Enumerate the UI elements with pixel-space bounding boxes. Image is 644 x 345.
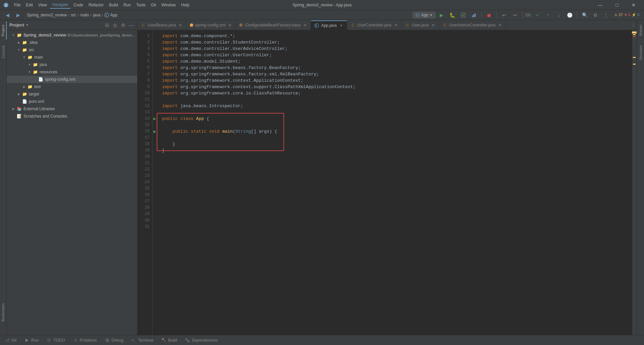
commit-sidebar-tab[interactable]: Commit: [0, 42, 6, 62]
tree-item-java[interactable]: ▼ 📁 java: [7, 61, 137, 68]
tab-usercontroller-close[interactable]: ✕: [393, 23, 398, 27]
menu-code[interactable]: Code: [71, 2, 86, 8]
breadcrumb-class[interactable]: A App: [104, 13, 117, 17]
breadcrumb-java[interactable]: java: [93, 13, 100, 17]
menu-git[interactable]: Git: [148, 2, 159, 8]
settings-button[interactable]: ⚙: [591, 11, 600, 19]
breadcrumb-main[interactable]: main: [80, 13, 89, 17]
editor-content[interactable]: 12345 678910 1112131415 1617181920 21222…: [138, 30, 637, 335]
bottom-tab-problems[interactable]: ⚠ Problems: [70, 336, 100, 345]
profile-button[interactable]: [469, 11, 479, 19]
bottom-tab-build[interactable]: 🔨 Build: [158, 336, 180, 345]
run-gutter-16[interactable]: ▶: [153, 128, 157, 135]
breadcrumb: Spring_demo2_review › src › main › java …: [27, 13, 117, 17]
menu-help[interactable]: Help: [178, 2, 192, 8]
breadcrumb-project[interactable]: Spring_demo2_review: [27, 13, 67, 17]
tree-item-main[interactable]: ▼ 📁 main: [7, 54, 137, 61]
more-button[interactable]: ⋮: [601, 11, 611, 19]
code-line-12: import java.beans.Introspector;: [162, 103, 632, 109]
bottom-tab-run[interactable]: ▶ Run: [21, 336, 42, 345]
search-button[interactable]: 🔍: [580, 11, 589, 19]
tree-item-spring-config[interactable]: 📄 spring-config.xml: [7, 76, 137, 83]
error-stripe[interactable]: [632, 30, 637, 335]
tab-configurable[interactable]: ⚙ ConfigurableBeanFactory.class ✕: [236, 20, 311, 30]
tree-item-idea[interactable]: ▶ 📁 .idea: [7, 39, 137, 46]
tree-item-ext-libs[interactable]: ▶ 📚 External Libraries: [7, 105, 137, 113]
run-button[interactable]: ▶: [437, 11, 446, 19]
git-push-button[interactable]: ↑: [543, 11, 553, 19]
structure-tab[interactable]: Structure: [638, 42, 644, 64]
code-line-28: [162, 205, 632, 211]
tree-item-resources[interactable]: ▼ 📁 resources: [7, 68, 137, 76]
tab-app[interactable]: A App.java ✕: [311, 20, 347, 30]
tree-item-pom[interactable]: 📄 pom.xml: [7, 98, 137, 105]
tab-userbeans-close[interactable]: ✕: [178, 23, 183, 27]
undo-button[interactable]: ↩: [499, 11, 509, 19]
menu-edit[interactable]: Edit: [23, 2, 36, 8]
code-line-15: [162, 122, 632, 128]
bottom-tab-todo[interactable]: ☑ TODO: [43, 336, 68, 345]
project-sidebar-tab[interactable]: Project: [0, 21, 7, 40]
minimize-panel-button[interactable]: —: [128, 22, 135, 28]
tab-spring-config[interactable]: spring-config.xml ✕: [186, 20, 236, 30]
forward-button[interactable]: ▶: [13, 11, 23, 19]
coverage-button[interactable]: [459, 11, 468, 19]
notifications-area[interactable]: ⚠ 27 ✕ 1 ⚡ 3: [612, 13, 641, 17]
tree-item-test[interactable]: ▶ 📁 test: [7, 83, 137, 90]
configurable-tab-icon: ⚙: [239, 23, 243, 27]
git-check-button[interactable]: ✓: [533, 11, 542, 19]
tree-label-main: main: [34, 55, 43, 60]
tab-spring-config-close[interactable]: ✕: [227, 23, 232, 27]
collapse-all-button[interactable]: ⊟: [104, 22, 110, 28]
tab-app-close[interactable]: ✕: [339, 23, 343, 28]
menu-build[interactable]: Build: [106, 2, 121, 8]
tree-item-src[interactable]: ▼ 📁 src: [7, 46, 137, 54]
menu-view[interactable]: View: [36, 2, 50, 8]
tab-user[interactable]: C User.java ✕: [402, 20, 439, 30]
menu-window[interactable]: Window: [159, 2, 178, 8]
run-config-selector[interactable]: A App ▼: [413, 12, 435, 18]
run-gutter-14[interactable]: ▶: [153, 116, 157, 122]
close-button[interactable]: ✕: [626, 0, 641, 10]
project-panel-header: Project ▼ ⊟ ◎ ⚙ —: [7, 20, 137, 30]
breadcrumb-src[interactable]: src: [71, 13, 76, 17]
back-button[interactable]: ◀: [3, 11, 12, 19]
tab-usercontroller[interactable]: C UserController.java ✕: [347, 20, 402, 30]
maximize-button[interactable]: □: [609, 0, 625, 10]
git-history-button[interactable]: 🕐: [565, 11, 574, 19]
warning-stripe-3: [633, 57, 636, 58]
git-pull-button[interactable]: ↓: [554, 11, 564, 19]
menu-file[interactable]: File: [11, 2, 23, 8]
maven-tab[interactable]: Maven: [638, 21, 644, 39]
tab-configurable-close[interactable]: ✕: [303, 23, 307, 27]
bottom-tab-dependencies[interactable]: Dependencies: [182, 336, 221, 345]
tabs-overflow-button[interactable]: ⋮: [630, 20, 637, 30]
bottom-tab-terminal-label: Terminal: [138, 338, 153, 343]
user-tab-icon: C: [405, 23, 410, 27]
redo-button[interactable]: ↪: [510, 11, 520, 19]
bottom-tab-terminal[interactable]: >_ Terminal: [128, 336, 157, 345]
stop-button[interactable]: ◼: [484, 11, 494, 19]
tree-root[interactable]: ▼ 📁 Spring_demo2_review D:\Java\code\tes…: [7, 31, 137, 39]
tab-userbeans[interactable]: C UserBeans.java ✕: [138, 20, 186, 30]
window-title: Spring_demo2_review - App.java: [292, 3, 352, 7]
minimize-button[interactable]: —: [592, 0, 608, 10]
bottom-tab-git[interactable]: ⎇ Git: [1, 336, 20, 345]
tree-item-target[interactable]: ▶ 📁 target: [7, 90, 137, 98]
debug-button[interactable]: 🐛: [448, 11, 457, 19]
svg-rect-16: [186, 339, 187, 340]
code-editor[interactable]: import com.demo.component.*; import com.…: [157, 30, 632, 335]
bottom-tab-debug[interactable]: Debug: [102, 336, 127, 345]
menu-run[interactable]: Run: [121, 2, 133, 8]
gear-icon[interactable]: ⚙: [120, 22, 126, 28]
locate-file-button[interactable]: ◎: [112, 22, 118, 28]
tab-useradvice-close[interactable]: ✕: [497, 23, 502, 27]
tree-item-scratches[interactable]: 📝 Scratches and Consoles: [7, 113, 137, 120]
tab-user-close[interactable]: ✕: [431, 23, 435, 27]
code-line-18: }: [162, 141, 632, 147]
tab-useradvice[interactable]: C UserAdviceController.java ✕: [439, 20, 506, 30]
bookmarks-sidebar-tab[interactable]: Bookmarks: [0, 300, 7, 325]
menu-refactor[interactable]: Refactor: [86, 2, 106, 8]
menu-tools[interactable]: Tools: [133, 2, 148, 8]
menu-navigate[interactable]: Navigate: [50, 1, 71, 9]
